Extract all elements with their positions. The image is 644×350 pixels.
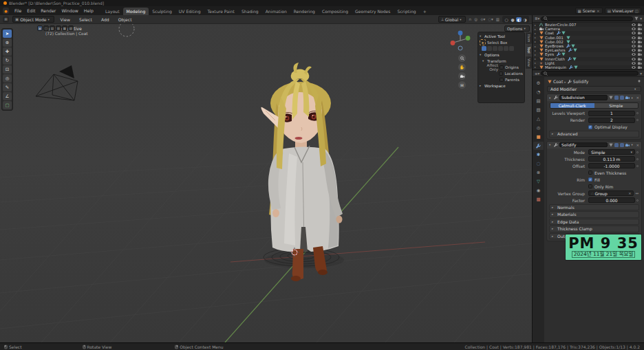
tab-layout[interactable]: Layout [102, 8, 123, 15]
quick-icon-6[interactable]: ▧ [68, 25, 74, 31]
overlays-icon[interactable]: ◌▾ [488, 17, 493, 21]
render-levels-field[interactable]: 2 [588, 118, 635, 123]
factor-slider[interactable]: 0.000 [588, 197, 635, 203]
camera-visibility-icon[interactable] [638, 61, 642, 65]
shading-wireframe-icon[interactable]: ○ [504, 17, 509, 22]
tab-scene-icon[interactable]: △ [533, 115, 544, 123]
tab-geometry-nodes[interactable]: Geometry Nodes [352, 8, 394, 15]
quick-icon-2[interactable]: ▢ [43, 25, 49, 31]
tab-view[interactable]: View [526, 56, 532, 69]
tab-material-icon[interactable]: ◉ [533, 186, 544, 195]
tab-modifiers-icon[interactable] [533, 142, 544, 150]
xray-icon[interactable]: ▥ [496, 17, 500, 21]
tool-move[interactable]: ✚ [3, 47, 12, 56]
offset-field[interactable]: -1.0000 [588, 163, 635, 168]
camera-visibility-icon[interactable] [638, 40, 642, 44]
thickness-field[interactable]: 0.113 m [588, 156, 635, 162]
shading-solid-icon[interactable]: ● [510, 17, 515, 22]
eye-icon[interactable] [632, 40, 636, 44]
tool-cursor[interactable]: ⊕ [3, 39, 12, 47]
tool-rotate[interactable]: ↻ [3, 56, 12, 65]
eye-icon[interactable] [632, 23, 636, 27]
tab-animation[interactable]: Animation [262, 8, 290, 15]
blender-menu-icon[interactable]: ● [3, 8, 9, 14]
active-tool-select-box[interactable]: ➤ Select Box [480, 39, 523, 45]
tab-shading[interactable]: Shading [238, 8, 262, 15]
render-toggle-icon[interactable] [625, 96, 630, 100]
shading-rendered-icon[interactable]: ◑ [522, 17, 528, 22]
tab-rendering[interactable]: Rendering [290, 8, 319, 15]
advanced-section[interactable]: ▸Advanced [549, 131, 639, 138]
mode-selector[interactable]: ▣ Object Mode ▾ [12, 16, 54, 23]
tab-world-icon[interactable]: ◎ [533, 124, 544, 132]
clear-icon[interactable]: × [628, 191, 631, 195]
tab-particles-icon[interactable]: ✱ [533, 151, 544, 159]
tab-texture-icon[interactable]: ▩ [533, 195, 544, 204]
camera-wireframe[interactable] [36, 65, 78, 100]
eye-icon[interactable] [632, 52, 636, 56]
tool-option-6[interactable] [509, 46, 514, 51]
tab-render-icon[interactable]: ◔ [533, 88, 544, 96]
quick-icon-1[interactable]: ▣ [37, 25, 43, 31]
animate-dot-icon[interactable] [636, 112, 638, 114]
tool-option-3[interactable] [493, 46, 497, 51]
edge-data-section[interactable]: ▸Edge Data [549, 219, 639, 226]
quick-icon-5[interactable]: ▦ [62, 25, 67, 31]
tab-compositing[interactable]: Compositing [319, 8, 352, 15]
eye-icon[interactable] [632, 57, 636, 61]
eye-icon[interactable] [632, 27, 636, 31]
view-layer-selector[interactable]: ▤ ViewLayer ◫ [605, 8, 641, 14]
eye-icon[interactable] [632, 44, 636, 48]
camera-visibility-icon[interactable] [638, 57, 642, 61]
menu-view[interactable]: View [58, 17, 73, 22]
tab-add-workspace[interactable]: + [420, 8, 430, 15]
tool-transform[interactable]: ◎ [3, 74, 12, 83]
menu-file[interactable]: File [12, 8, 24, 13]
on-cage-icon[interactable] [609, 143, 613, 147]
options-header[interactable]: ▾Options [480, 52, 523, 58]
tab-sculpting[interactable]: Sculpting [149, 8, 175, 15]
menu-render[interactable]: Render [38, 8, 58, 13]
breadcrumb-modifier[interactable]: Solidify [573, 79, 589, 84]
catmull-clark-button[interactable]: Catmull-Clark [550, 103, 594, 108]
realtime-toggle-icon[interactable] [620, 96, 624, 100]
tab-output-icon[interactable]: ▤ [533, 97, 544, 105]
close-icon[interactable]: × [636, 143, 639, 147]
close-icon[interactable]: × [597, 9, 600, 13]
tab-object-icon[interactable]: ■ [533, 133, 544, 141]
proportional-editing-icon[interactable]: ◎ [474, 17, 477, 21]
only-rim-checkbox[interactable] [588, 184, 592, 188]
camera-visibility-icon[interactable] [638, 44, 642, 48]
properties-editor-icon[interactable]: ≡▾ [535, 72, 539, 76]
optimal-display-checkbox[interactable]: ✓ [588, 125, 592, 129]
transform-orientation[interactable]: ⟂ Global ▾ [438, 16, 466, 23]
editor-type-icon[interactable]: ⊞ [3, 17, 9, 23]
levels-viewport-field[interactable]: 1 [588, 111, 635, 116]
menu-object[interactable]: Object [116, 17, 135, 22]
locations-checkbox[interactable] [499, 72, 503, 76]
perspective-toggle-icon[interactable]: ⊞ [458, 81, 466, 89]
vertex-group-field[interactable]: ∴ Group × [588, 190, 634, 196]
tab-uv-editing[interactable]: UV Editing [175, 8, 204, 15]
subdivision-header[interactable]: ▾ Subdivision ▾ × [547, 94, 641, 101]
3d-viewport[interactable]: ⊞ ▣ Object Mode ▾ View Select Add Object… [0, 15, 532, 342]
camera-visibility-icon[interactable] [638, 27, 642, 31]
tab-scripting[interactable]: Scripting [394, 8, 420, 15]
materials-section[interactable]: ▸Materials [549, 211, 639, 218]
menu-select[interactable]: Select [76, 17, 95, 22]
modifier-name-field[interactable]: Solidify [559, 142, 608, 148]
mode-dropdown[interactable]: Simple ▾ [588, 149, 635, 155]
scene-selector[interactable]: ▦ Scene × [575, 8, 603, 14]
camera-visibility-icon[interactable] [638, 36, 642, 40]
eye-icon[interactable] [632, 31, 636, 35]
animate-dot-icon[interactable] [636, 119, 638, 121]
gizmos-icon[interactable]: ⟐▾ [480, 17, 485, 22]
simple-button[interactable]: Simple [594, 103, 638, 108]
normals-section[interactable]: ▸Normals [549, 204, 639, 211]
render-toggle-icon[interactable] [625, 143, 630, 147]
options-button[interactable]: Options ▾ [504, 25, 530, 32]
tab-tool-icon[interactable]: ⚙ [533, 79, 544, 87]
origins-checkbox[interactable] [500, 65, 504, 69]
navigation-gizmo[interactable] [448, 28, 473, 53]
tool-annotate[interactable]: ✎ [3, 83, 12, 91]
